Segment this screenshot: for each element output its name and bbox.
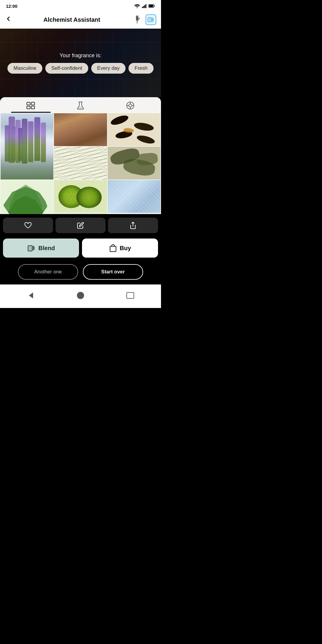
svg-rect-7	[149, 5, 153, 7]
ingredient-olive[interactable]	[54, 213, 107, 214]
lab-tab-icon	[76, 101, 85, 110]
tab-lab[interactable]	[56, 101, 106, 113]
hero-tag-everyday: Every day	[91, 63, 126, 74]
start-over-button[interactable]: Start over	[83, 264, 143, 280]
svg-rect-29	[127, 292, 134, 298]
svg-rect-13	[31, 102, 35, 105]
share-icon	[129, 222, 137, 229]
ingredient-lime[interactable]	[54, 180, 107, 213]
bag-icon	[109, 244, 117, 252]
svg-rect-11	[148, 18, 151, 21]
nav-back-icon	[27, 291, 35, 300]
nav-home-icon	[76, 291, 85, 300]
status-bar: 12:00	[0, 0, 161, 11]
speaker-sound-icon	[147, 16, 155, 24]
share-button[interactable]	[108, 218, 158, 233]
app-header: Alchemist Assistant	[0, 11, 161, 29]
nav-recent-icon	[126, 292, 134, 299]
svg-marker-27	[29, 292, 33, 298]
nav-home-button[interactable]	[74, 289, 87, 302]
status-icons	[134, 4, 155, 8]
buy-label: Buy	[120, 245, 131, 252]
nfc-icon-button[interactable]	[132, 14, 143, 25]
blend-label: Blend	[38, 245, 55, 252]
main-action-buttons: Blend Buy	[0, 237, 161, 261]
buy-button[interactable]: Buy	[82, 239, 158, 258]
ingredient-herb[interactable]	[108, 147, 160, 179]
hero-tag-selfconfident: Self-confident	[45, 63, 88, 74]
svg-rect-6	[154, 5, 155, 7]
blend-button[interactable]: Blend	[3, 239, 79, 258]
svg-point-17	[79, 107, 82, 109]
bottom-action-buttons: Another one Start over	[0, 261, 161, 284]
nav-back-button[interactable]	[24, 289, 37, 302]
svg-rect-14	[27, 106, 30, 109]
hero-section: Your fragrance is: Masculine Self-confid…	[0, 29, 161, 97]
another-one-label: Another one	[34, 269, 62, 275]
nav-bar	[0, 284, 161, 308]
tab-grid[interactable]	[6, 101, 56, 113]
speaker-icon-button[interactable]	[145, 14, 156, 25]
ingredient-geranium[interactable]	[1, 180, 53, 214]
svg-rect-15	[31, 106, 35, 109]
svg-rect-4	[145, 4, 146, 8]
svg-point-0	[137, 7, 138, 8]
svg-rect-12	[27, 102, 30, 105]
nav-recent-button[interactable]	[124, 289, 137, 302]
edit-button[interactable]	[55, 218, 106, 233]
svg-rect-26	[29, 246, 32, 250]
grid-tab-icon	[27, 101, 35, 110]
svg-rect-3	[144, 5, 145, 8]
svg-rect-1	[142, 7, 143, 8]
hero-tag-masculine: Masculine	[7, 63, 42, 74]
favorite-button[interactable]	[3, 218, 53, 233]
pencil-icon	[77, 222, 84, 229]
hero-tag-fresh: Fresh	[129, 63, 153, 74]
ingredient-tonka[interactable]	[108, 113, 160, 146]
svg-point-28	[77, 292, 84, 299]
ingredient-rosemary[interactable]	[54, 147, 107, 179]
another-one-button[interactable]: Another one	[18, 264, 78, 280]
svg-point-19	[129, 104, 132, 107]
tabs-row	[0, 97, 161, 113]
profile-tab-icon	[126, 101, 134, 110]
signal-icon	[142, 4, 147, 8]
tab-panel	[0, 97, 161, 214]
back-button[interactable]	[5, 15, 12, 24]
pen-nfc-icon	[134, 16, 140, 24]
wifi-icon	[134, 4, 140, 8]
start-over-label: Start over	[101, 269, 125, 275]
ingredients-grid	[0, 113, 161, 214]
tab-profile[interactable]	[105, 101, 155, 113]
action-icon-row	[0, 214, 161, 237]
svg-rect-2	[143, 6, 144, 8]
page-title: Alchemist Assistant	[44, 16, 100, 23]
header-actions	[132, 14, 156, 25]
ingredient-wood[interactable]	[54, 113, 107, 146]
status-time: 12:00	[6, 4, 17, 9]
ingredient-lavender[interactable]	[1, 113, 53, 179]
hero-label: Your fragrance is:	[60, 52, 101, 59]
svg-rect-9	[137, 16, 138, 20]
heart-icon	[24, 222, 32, 229]
hero-tags-container: Masculine Self-confident Every day Fresh	[1, 63, 160, 74]
battery-icon	[148, 4, 155, 8]
ingredient-ice[interactable]	[108, 180, 160, 213]
blend-icon	[27, 244, 35, 252]
